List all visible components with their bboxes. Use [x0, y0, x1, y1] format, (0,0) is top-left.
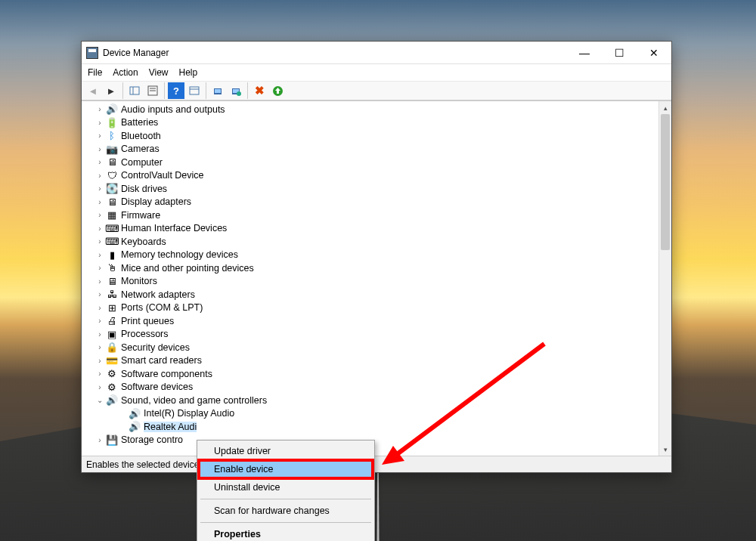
expander-icon[interactable]: › [95, 224, 104, 233]
tree-node[interactable]: ›🔊Audio inputs and outputs [95, 103, 658, 116]
device-icon: 🔊 [106, 104, 118, 116]
node-label: Disk drives [121, 184, 167, 194]
expander-icon[interactable]: › [95, 264, 104, 272]
tree-node[interactable]: ›💽Disk drives [95, 182, 658, 196]
minimize-button[interactable]: — [567, 42, 602, 64]
device-icon: 🔋 [106, 116, 118, 128]
back-button[interactable]: ◄ [85, 82, 101, 99]
expander-icon[interactable]: › [95, 304, 104, 312]
tree-node-child[interactable]: 🔊Realtek Audi [95, 420, 658, 434]
expander-icon[interactable]: › [95, 369, 104, 378]
device-icon: 📷 [106, 143, 118, 155]
context-menu-item[interactable]: Enable device [199, 460, 373, 478]
expander-icon[interactable]: › [95, 145, 104, 153]
device-tree[interactable]: ›🔊Audio inputs and outputs›🔋Batteries›ᛒB… [82, 101, 658, 456]
device-icon: 🖥 [106, 275, 118, 287]
context-menu-item[interactable]: Properties [199, 525, 373, 541]
disable-button[interactable]: ✖ [251, 82, 268, 99]
tree-node[interactable]: ›⚙Software components [95, 367, 658, 381]
context-menu-item[interactable]: Scan for hardware changes [199, 502, 373, 520]
toolbar-separator [164, 82, 165, 99]
enable-button[interactable] [269, 82, 286, 99]
scan-button[interactable] [186, 82, 203, 99]
expander-icon[interactable]: › [95, 105, 104, 113]
tree-node[interactable]: ›⊞Ports (COM & LPT) [95, 301, 658, 315]
expander-icon[interactable]: › [95, 237, 104, 246]
toolbar: ◄ ► ? ✖ [82, 81, 671, 100]
menu-file[interactable]: File [88, 67, 102, 78]
node-label: Batteries [121, 117, 158, 128]
expander-icon[interactable]: › [95, 131, 104, 140]
expander-icon[interactable]: › [95, 357, 104, 365]
expander-icon[interactable]: ⌄ [95, 396, 104, 404]
tree-node[interactable]: ›⌨Keyboards [95, 235, 658, 249]
tree-node[interactable]: ›🖱Mice and other pointing devices [95, 261, 658, 275]
node-label: Audio inputs and outputs [121, 104, 225, 115]
menu-action[interactable]: Action [113, 67, 138, 78]
expander-icon[interactable]: › [95, 211, 104, 219]
tree-node[interactable]: ›🛡ControlVault Device [95, 169, 658, 183]
tree-node[interactable]: ⌄🔊Sound, video and game controllers [95, 394, 658, 407]
device-icon: ⌨ [106, 236, 118, 248]
tree-node[interactable]: ›📷Cameras [95, 143, 658, 156]
expander-icon[interactable]: › [95, 383, 104, 391]
maximize-button[interactable]: ☐ [602, 42, 637, 64]
expander-icon[interactable]: › [95, 343, 104, 351]
node-label: Software components [121, 369, 212, 379]
properties-button[interactable] [144, 82, 161, 99]
uninstall-button[interactable] [228, 82, 244, 99]
expander-icon[interactable]: › [95, 184, 104, 193]
expander-icon[interactable]: › [95, 436, 104, 444]
tree-node[interactable]: ›🖥Monitors [95, 275, 658, 289]
device-icon: 💳 [106, 354, 118, 366]
device-icon: 🖨 [106, 315, 118, 327]
expander-icon[interactable]: › [95, 251, 104, 259]
context-menu-item[interactable]: Uninstall device [199, 478, 373, 496]
tree-node[interactable]: ›🖧Network adapters [95, 288, 658, 301]
tree-node[interactable]: ›⚙Software devices [95, 381, 658, 394]
expander-icon[interactable]: › [95, 198, 104, 206]
expander-icon[interactable]: › [95, 317, 104, 325]
expander-icon[interactable]: › [95, 158, 104, 166]
update-driver-button[interactable] [209, 82, 226, 99]
scroll-thumb[interactable] [661, 114, 670, 250]
tree-node[interactable]: ›🖥Display adapters [95, 196, 658, 209]
expander-icon[interactable]: › [95, 119, 104, 127]
tree-node[interactable]: ›ᛒBluetooth [95, 129, 658, 143]
tree-node[interactable]: ›💾Storage contro [95, 434, 658, 447]
node-label: Mice and other pointing devices [121, 263, 254, 274]
tree-node[interactable]: ›⌨Human Interface Devices [95, 222, 658, 236]
close-button[interactable]: ✕ [637, 42, 671, 64]
device-icon: ᛒ [106, 130, 118, 142]
tree-node[interactable]: ›▦Firmware [95, 209, 658, 222]
scroll-up-button[interactable]: ▴ [659, 101, 671, 114]
context-menu-item[interactable]: Update driver [199, 442, 373, 460]
device-icon: 🛡 [106, 169, 118, 181]
tree-node[interactable]: ›▣Processors [95, 328, 658, 342]
tree-node[interactable]: ›▮Memory technology devices [95, 249, 658, 262]
menu-separator [200, 522, 371, 523]
node-label: Ports (COM & LPT) [121, 302, 203, 313]
menu-help[interactable]: Help [179, 67, 198, 78]
scroll-down-button[interactable]: ▾ [659, 443, 671, 456]
expander-icon[interactable]: › [95, 290, 104, 298]
node-label: Keyboards [121, 236, 166, 247]
device-icon: 💾 [106, 434, 118, 446]
help-button[interactable]: ? [168, 82, 184, 99]
tree-node[interactable]: ›🖨Print queues [95, 314, 658, 328]
tree-node[interactable]: ›🖥Computer [95, 156, 658, 169]
tree-node[interactable]: ›🔒Security devices [95, 341, 658, 354]
menu-view[interactable]: View [149, 67, 169, 78]
expander-icon[interactable]: › [95, 172, 104, 180]
device-icon: 🖧 [106, 289, 118, 301]
node-label: ControlVault Device [121, 170, 204, 181]
show-hide-tree-button[interactable] [126, 82, 143, 99]
tree-node[interactable]: ›💳Smart card readers [95, 354, 658, 368]
scrollbar[interactable]: ▴ ▾ [658, 101, 671, 456]
forward-button[interactable]: ► [103, 82, 119, 99]
expander-icon[interactable]: › [95, 330, 104, 339]
tree-node[interactable]: ›🔋Batteries [95, 116, 658, 130]
node-label: Human Interface Devices [121, 223, 227, 233]
expander-icon[interactable]: › [95, 277, 104, 286]
tree-node-child[interactable]: 🔊Intel(R) Display Audio [95, 407, 658, 421]
